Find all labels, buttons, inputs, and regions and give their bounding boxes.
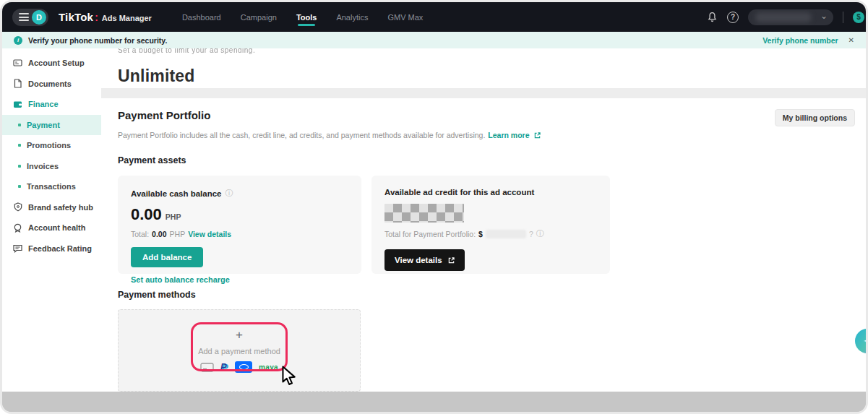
bullet-icon [18,185,21,188]
account-selector[interactable]: ⌄ [748,9,833,25]
sidebar-item-label: Account Setup [28,59,85,67]
brand-name: TikTok [59,11,93,23]
redacted-account-name [755,12,812,22]
nav-tab-dashboard[interactable]: Dashboard [182,4,221,30]
cash-amount: 0.00 [131,205,162,224]
shield-icon [13,202,22,212]
sidebar-item-label: Feedback Rating [28,244,92,253]
nav-divider [843,12,843,23]
cash-balance-card: Available cash balance ⓘ 0.00 PHP Total:… [118,176,361,274]
bullet-icon [18,165,21,168]
credit-card-icon [200,363,214,372]
sidebar-item-account-setup[interactable]: Account Setup [2,53,101,74]
plus-icon: + [236,328,243,342]
cash-card-title: Available cash balance [131,189,222,198]
paypal-icon: PP [220,362,228,372]
external-link-icon [534,132,541,139]
close-icon[interactable]: ✕ [848,36,854,44]
sidebar-item-brand-safety-hub[interactable]: Brand safety hub [2,197,101,218]
section-description: Payment Portfolio includes all the cash,… [118,131,485,139]
brand-suffix: Ads Manager [102,14,152,22]
sidebar-item-invoices[interactable]: Invoices [2,156,101,177]
section-title: Payment Portfolio [118,109,210,121]
account-setup-icon [13,59,22,67]
view-details-link[interactable]: View details [188,230,231,238]
auto-recharge-link[interactable]: Set auto balance recharge [131,275,348,284]
sidebar-item-feedback-rating[interactable]: Feedback Rating [2,238,101,259]
health-badge-icon [13,223,22,233]
brand-colon: : [95,12,98,23]
sidebar-item-finance[interactable]: Finance [2,94,101,115]
wallet-icon [13,100,22,108]
currency-symbol: $ [478,230,483,238]
nav-tab-gmv-max[interactable]: GMV Max [387,4,423,30]
total-label: Total: [131,230,149,238]
avatar[interactable]: D [32,10,46,25]
sidebar-item-label: Documents [28,79,72,88]
add-payment-method-label: Add a payment method [198,347,280,355]
main-content: Set a budget to limit your ad spending. … [101,48,866,392]
credit-total-label: Total for Payment Portfolio: [384,230,476,238]
learn-more-link[interactable]: Learn more [488,131,529,139]
budget-section: Set a budget to limit your ad spending. … [101,48,866,88]
bullet-icon [18,124,21,126]
info-icon[interactable]: ⓘ [536,228,544,239]
bullet-icon [18,144,21,147]
sidebar-item-label: Finance [28,100,59,108]
ad-credit-card: Available ad credit for this ad account … [371,176,610,274]
payment-assets-title: Payment assets [118,155,855,165]
chevron-down-icon: ⌄ [820,13,828,19]
navbar-right: ? ⌄ $ [707,9,856,25]
top-navbar: D TikTok: Ads Manager Dashboard Campaign… [2,2,866,32]
notification-bell-icon[interactable] [707,12,718,23]
verify-phone-banner: i Verify your phone number for security.… [2,32,866,48]
sparkle-icon: ✦ [863,335,868,347]
nav-tab-tools[interactable]: Tools [296,4,317,30]
external-link-icon [448,257,455,264]
total-amount: 0.00 [152,230,166,238]
payment-methods-title: Payment methods [118,290,855,300]
sidebar-item-payment[interactable]: Payment [2,115,101,136]
sidebar: Account Setup Documents Finance Payment … [2,48,101,392]
mouse-cursor [280,366,298,389]
payment-portfolio-section: Payment Portfolio My billing options Pay… [101,98,866,392]
sidebar-item-label: Invoices [27,162,59,171]
primary-nav: Dashboard Campaign Tools Analytics GMV M… [182,4,423,30]
add-balance-button[interactable]: Add balance [131,247,203,267]
sidebar-item-label: Brand safety hub [28,203,93,212]
hamburger-menu-icon[interactable] [19,13,29,21]
info-icon[interactable]: ⓘ [225,188,233,199]
sidebar-item-transactions[interactable]: Transactions [2,176,101,197]
sidebar-item-promotions[interactable]: Promotions [2,135,101,156]
brand-logo[interactable]: TikTok: Ads Manager [59,11,152,23]
info-icon: i [14,36,22,45]
sidebar-item-account-health[interactable]: Account health [2,217,101,238]
nav-tab-campaign[interactable]: Campaign [241,4,277,30]
redacted-total-value [486,230,526,238]
redacted-credit-amount [384,204,464,223]
gcash-icon [235,361,252,373]
coin-icon[interactable]: $ [853,12,864,23]
credit-card-title: Available ad credit for this ad account [384,188,534,197]
total-currency: PHP [170,230,186,238]
sidebar-item-documents[interactable]: Documents [2,74,101,95]
budget-value: Unlimited [118,66,866,86]
view-details-label: View details [395,256,442,264]
sidebar-item-label: Payment [27,121,60,129]
cash-currency: PHP [166,212,181,221]
sidebar-item-label: Promotions [27,141,71,150]
my-billing-options-button[interactable]: My billing options [775,109,855,126]
add-payment-method-card[interactable]: + Add a payment method PP maya [118,309,361,392]
view-details-button[interactable]: View details [384,249,465,271]
nav-tab-analytics[interactable]: Analytics [336,4,368,30]
help-icon[interactable]: ? [727,12,739,23]
menu-avatar-pill: D [12,9,48,26]
question-glyph: ? [529,230,533,238]
verify-phone-link[interactable]: Verify phone number [762,36,838,45]
banner-message: Verify your phone number for security. [28,36,167,45]
app-window: D TikTok: Ads Manager Dashboard Campaign… [0,0,868,414]
sidebar-item-label: Account health [28,223,85,232]
maya-icon: maya [259,363,278,371]
sidebar-item-label: Transactions [27,182,76,191]
bottom-strip [2,392,866,412]
